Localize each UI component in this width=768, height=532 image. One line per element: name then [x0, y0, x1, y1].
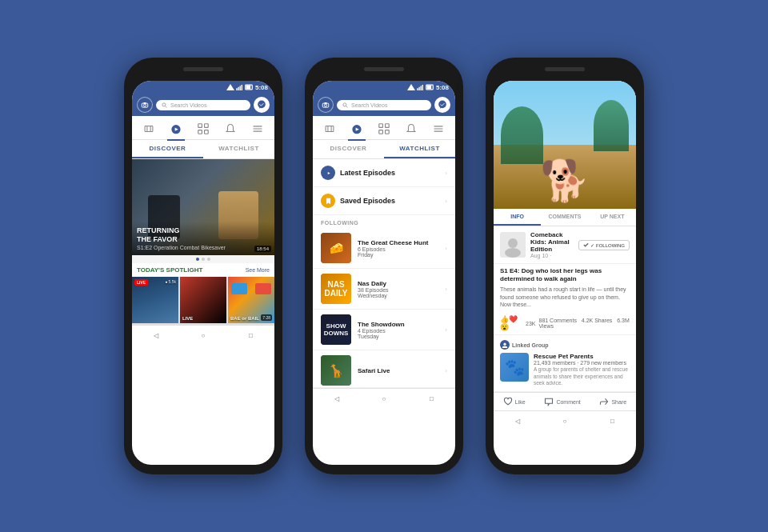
spotlight-grid: LIVE ● 5.5k LIVE BAE or BAIL 7:28 [132, 277, 274, 325]
svg-rect-1 [236, 88, 237, 90]
tab-comments[interactable]: COMMENTS [541, 209, 588, 226]
bottom-nav: ◁ ○ □ [132, 325, 274, 345]
latest-episodes-chevron: › [445, 170, 447, 177]
show-meta-nas: 38 Episodes Wednesday [358, 287, 438, 298]
search-placeholder: Search Videos [170, 102, 206, 108]
share-button[interactable]: Share [599, 397, 626, 406]
search-input[interactable]: Search Videos [156, 100, 250, 110]
svg-point-57 [508, 238, 518, 248]
latest-episodes-icon [321, 166, 335, 180]
show-chevron-cheese: › [445, 245, 447, 252]
camera-icon[interactable] [137, 97, 153, 113]
phone2-nav-video[interactable] [348, 120, 366, 138]
phone2-messenger-icon[interactable] [434, 97, 450, 113]
show-meta-cheese: 6 Episodes Friday [358, 246, 438, 258]
phone2-square-btn[interactable]: □ [422, 393, 440, 404]
show-row-safari[interactable]: 🦒 Safari Live › [313, 350, 455, 388]
phone2-nav-home[interactable] [321, 120, 338, 138]
group-members: 21,493 members · 279 new members [534, 360, 630, 366]
status-time: 5:08 [255, 84, 268, 91]
show-name-nas: Nas Daily [358, 280, 438, 287]
home-btn[interactable]: ○ [194, 330, 212, 341]
group-description: A group for parents of shelter and rescu… [534, 366, 630, 386]
reaction-count: 23K [526, 321, 535, 326]
phone-1: 5:08 Search Videos [124, 58, 282, 474]
back-btn[interactable]: ◁ [147, 330, 165, 341]
svg-point-59 [503, 343, 506, 346]
phone2-home-btn[interactable]: ○ [375, 393, 393, 404]
phone2-nav-bar [313, 116, 455, 140]
phone2-back-btn[interactable]: ◁ [328, 393, 346, 404]
phone2-tab-watchlist[interactable]: WATCHLIST [384, 140, 455, 158]
phone2-tab-discover[interactable]: DISCOVER [313, 140, 384, 158]
linked-group-label: Linked Group [500, 340, 630, 350]
phone3-back-btn[interactable]: ◁ [509, 415, 526, 426]
show-card: Comeback Kids: Animal Edition Aug 10 · ✓… [494, 226, 636, 264]
following-button[interactable]: ✓ FOLLOWING [578, 240, 630, 250]
reaction-icons: 👍❤️😮 [500, 315, 522, 331]
tab-discover[interactable]: DISCOVER [132, 140, 203, 158]
group-info: Rescue Pet Parents 21,493 members · 279 … [534, 353, 630, 386]
spotlight-title: TODAY'S SPOTLIGHT [137, 266, 202, 274]
phone3-square-btn[interactable]: □ [603, 415, 621, 426]
reactions-bar: 👍❤️😮 23K 881 Comments 4.2K Shares 6.3M V… [494, 312, 636, 335]
nav-home[interactable] [140, 120, 158, 138]
show-row-nas[interactable]: NASDAILY Nas Daily 38 Episodes Wednesday… [313, 269, 455, 310]
tab-watchlist[interactable]: WATCHLIST [203, 140, 274, 158]
grid-item-2[interactable]: LIVE [180, 277, 226, 323]
episode-description: These animals had a rough start in life … [494, 286, 636, 312]
dog-image-area: 🐕 [494, 81, 636, 209]
phone2-search-placeholder: Search Videos [351, 102, 387, 108]
group-row: 🐾 Rescue Pet Parents 21,493 members · 27… [500, 353, 630, 386]
svg-rect-47 [386, 124, 390, 128]
tab-info[interactable]: INFO [494, 209, 541, 226]
show-row-showdown[interactable]: SHOWDOWNS The Showdown 4 Episodes Tuesda… [313, 310, 455, 350]
hero-video[interactable]: RETURNINGTHE FAVOR S1:E2 Operation Comba… [132, 159, 274, 255]
linked-group-icon [500, 340, 510, 350]
nav-video[interactable] [167, 120, 185, 138]
reaction-extra: 881 Comments 4.2K Shares 6.3M Views [538, 318, 630, 329]
svg-rect-20 [205, 124, 209, 128]
dog-hero-image: 🐕 [494, 81, 636, 209]
phone2-nav-bell[interactable] [402, 120, 420, 138]
svg-rect-22 [205, 130, 209, 134]
see-more-link[interactable]: See More [246, 267, 270, 273]
phone3-home-btn[interactable]: ○ [556, 415, 574, 426]
show-chevron-nas: › [445, 286, 447, 293]
phone2-camera-icon[interactable] [318, 97, 334, 113]
discover-watchlist-tabs: DISCOVER WATCHLIST [132, 140, 274, 159]
nav-grid[interactable] [194, 120, 212, 138]
phone2-nav-grid[interactable] [375, 120, 393, 138]
svg-point-11 [162, 102, 166, 106]
search-bar[interactable]: Search Videos [132, 94, 274, 116]
hero-overlay: RETURNINGTHE FAVOR S1:E2 Operation Comba… [132, 222, 274, 255]
phone2-status-time: 5:08 [436, 84, 449, 91]
phone-1-screen: 5:08 Search Videos [132, 81, 274, 465]
phone2-bottom-nav: ◁ ○ □ [313, 388, 455, 408]
svg-rect-41 [326, 126, 334, 132]
tab-up-next[interactable]: UP NEXT [589, 209, 636, 226]
group-name: Rescue Pet Parents [534, 353, 630, 360]
messenger-icon[interactable] [254, 97, 270, 113]
phone-2-screen: 5:08 Search Videos [313, 81, 455, 465]
show-row-cheese[interactable]: 🧀 The Great Cheese Hunt 6 Episodes Frida… [313, 228, 455, 269]
episode-title: S1 E4: Dog who lost her legs was determi… [494, 264, 636, 286]
svg-point-9 [143, 104, 146, 106]
nav-list[interactable] [249, 120, 266, 138]
show-card-info: Comeback Kids: Animal Edition Aug 10 · [530, 231, 574, 258]
grid-item-3[interactable]: BAE or BAIL 7:28 [228, 277, 274, 323]
svg-rect-21 [198, 130, 202, 134]
saved-episodes-row[interactable]: Saved Episodes › [313, 187, 455, 215]
svg-rect-3 [239, 86, 240, 90]
nav-bell[interactable] [222, 120, 239, 138]
phone2-nav-list[interactable] [430, 120, 447, 138]
latest-episodes-row[interactable]: Latest Episodes › [313, 159, 455, 187]
svg-rect-4 [242, 85, 242, 90]
like-button[interactable]: Like [503, 397, 526, 406]
grid-item-1[interactable]: LIVE ● 5.5k [132, 277, 178, 323]
svg-rect-30 [420, 86, 421, 90]
phone2-search-bar[interactable]: Search Videos [313, 94, 455, 116]
comment-button[interactable]: Comment [544, 397, 580, 406]
square-btn[interactable]: □ [242, 330, 259, 341]
phone2-search-input[interactable]: Search Videos [337, 100, 431, 110]
